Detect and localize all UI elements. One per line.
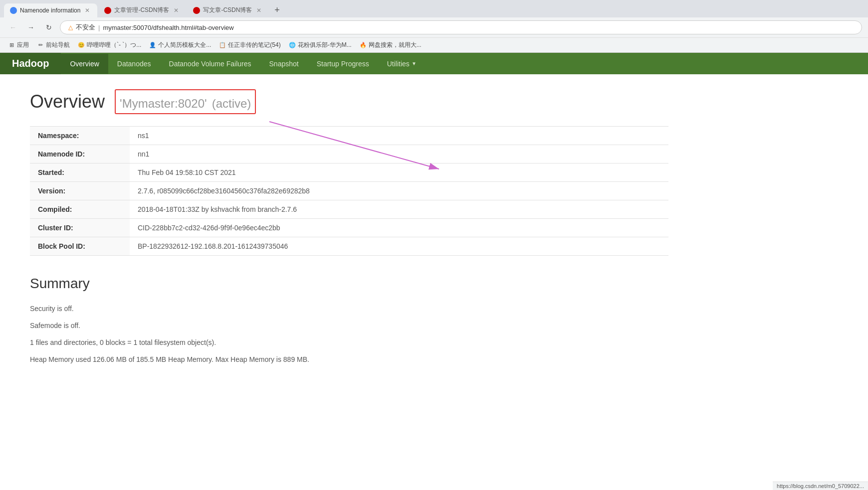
value-started: Thu Feb 04 19:58:10 CST 2021 <box>130 163 668 182</box>
summary-line-2: Safemode is off. <box>30 319 668 332</box>
globe-icon: 🌐 <box>289 42 296 49</box>
security-warning-icon: △ <box>68 24 73 31</box>
hadoop-nav-links: Overview Datanodes Datanode Volume Failu… <box>61 54 425 74</box>
tab-close-csdn2[interactable]: ✕ <box>255 6 263 14</box>
bookmarks-bar: ⊞ 应用 ✏ 前站导航 😊 哔哩哔哩（`- `）つ... 👤 个人简历模板大全.… <box>0 37 868 52</box>
label-cluster-id: Cluster ID: <box>30 219 130 237</box>
nav-snapshot[interactable]: Snapshot <box>260 54 308 74</box>
bookmark-apps-label: 应用 <box>17 41 29 49</box>
url-bar[interactable]: △ 不安全 | mymaster:50070/dfshealth.html#ta… <box>60 20 862 34</box>
refresh-button[interactable]: ↻ <box>42 20 56 34</box>
label-namespace: Namespace: <box>30 127 130 145</box>
hadoop-brand: Hadoop <box>0 53 61 74</box>
tab-favicon-csdn1 <box>104 7 111 14</box>
tab-bar: Namenode information ✕ 文章管理-CSDN博客 ✕ 写文章… <box>0 0 868 17</box>
summary-line-3: 1 files and directories, 0 blocks = 1 to… <box>30 335 668 349</box>
browser-chrome: Namenode information ✕ 文章管理-CSDN博客 ✕ 写文章… <box>0 0 868 53</box>
value-namespace: ns1 <box>130 127 668 145</box>
value-block-pool-id: BP-1822932612-192.168.8.201-161243973504… <box>130 237 668 256</box>
bookmark-huawei-label: 花粉俱乐部-华为M... <box>298 41 352 49</box>
back-button[interactable]: ← <box>6 20 20 34</box>
nav-datanode-volume-failures[interactable]: Datanode Volume Failures <box>160 54 260 74</box>
tab-close-csdn1[interactable]: ✕ <box>172 6 180 14</box>
bookmark-bilibili[interactable]: 😊 哔哩哔哩（`- `）つ... <box>76 40 143 50</box>
tab-csdn2[interactable]: 写文章-CSDN博客 ✕ <box>187 3 269 17</box>
table-row: Block Pool ID: BP-1822932612-192.168.8.2… <box>30 237 668 256</box>
tab-close-namenode[interactable]: ✕ <box>83 6 91 14</box>
apps-icon: ⊞ <box>8 42 15 49</box>
hadoop-nav: Hadoop Overview Datanodes Datanode Volum… <box>0 53 868 74</box>
dropdown-caret-icon: ▼ <box>412 61 417 66</box>
summary-title: Summary <box>30 276 668 292</box>
person-icon: 👤 <box>149 42 156 49</box>
tab-title-csdn1: 文章管理-CSDN博客 <box>114 6 169 14</box>
label-started: Started: <box>30 163 130 182</box>
tab-favicon-csdn2 <box>193 7 200 14</box>
info-table: Namespace: ns1 Namenode ID: nn1 Started:… <box>30 126 668 256</box>
table-row: Cluster ID: CID-228bb7c2-cd32-426d-9f9f-… <box>30 219 668 237</box>
tab-csdn1[interactable]: 文章管理-CSDN博客 ✕ <box>98 3 186 17</box>
main-content: Overview 'Mymaster:8020' (active) Namesp… <box>0 74 698 384</box>
url-text: mymaster:50070/dfshealth.html#tab-overvi… <box>103 24 233 31</box>
bookmark-nav[interactable]: ✏ 前站导航 <box>35 40 72 50</box>
nav-overview[interactable]: Overview <box>61 54 108 74</box>
label-namenode-id: Namenode ID: <box>30 145 130 163</box>
label-block-pool-id: Block Pool ID: <box>30 237 130 256</box>
value-namenode-id: nn1 <box>130 145 668 163</box>
table-row: Compiled: 2018-04-18T01:33Z by kshvachk … <box>30 200 668 219</box>
bookmark-resume-label: 个人简历模板大全... <box>158 41 211 49</box>
value-compiled: 2018-04-18T01:33Z by kshvachk from branc… <box>130 200 668 219</box>
table-row: Namenode ID: nn1 <box>30 145 668 163</box>
summary-content: Security is off. Safemode is off. 1 file… <box>30 302 668 366</box>
bookmark-nav-label: 前站导航 <box>46 41 70 49</box>
bookmark-notes[interactable]: 📋 任正非传的笔记(54) <box>217 40 282 50</box>
label-version: Version: <box>30 182 130 200</box>
tab-title-namenode: Namenode information <box>20 7 80 14</box>
bookmark-huawei[interactable]: 🌐 花粉俱乐部-华为M... <box>287 40 354 50</box>
summary-line-1: Security is off. <box>30 302 668 316</box>
page-title: Overview 'Mymaster:8020' (active) <box>30 89 668 114</box>
nav-startup-progress[interactable]: Startup Progress <box>308 54 378 74</box>
bookmark-netdisk[interactable]: 🔥 网盘搜索，就用大... <box>358 40 424 50</box>
table-row: Started: Thu Feb 04 19:58:10 CST 2021 <box>30 163 668 182</box>
bookmark-bilibili-label: 哔哩哔哩（`- `）つ... <box>87 41 141 49</box>
page-title-text: Overview <box>30 91 105 112</box>
label-compiled: Compiled: <box>30 200 130 219</box>
tab-title-csdn2: 写文章-CSDN博客 <box>203 6 252 14</box>
address-bar: ← → ↻ △ 不安全 | mymaster:50070/dfshealth.h… <box>0 17 868 37</box>
value-version: 2.7.6, r085099c66cf28be31604560c376fa282… <box>130 182 668 200</box>
fire-icon: 🔥 <box>360 42 367 49</box>
nav-datanodes[interactable]: Datanodes <box>108 54 160 74</box>
tab-namenode[interactable]: Namenode information ✕ <box>4 3 97 17</box>
active-status: (active) <box>212 97 251 110</box>
bilibili-icon: 😊 <box>78 42 85 49</box>
bookmark-netdisk-label: 网盘搜索，就用大... <box>369 41 422 49</box>
value-cluster-id: CID-228bb7c2-cd32-426d-9f9f-0e96ec4ec2bb <box>130 219 668 237</box>
nav-utilities[interactable]: Utilities ▼ <box>378 54 426 74</box>
nav-utilities-label: Utilities <box>387 60 410 68</box>
page-hostname: 'Mymaster:8020' (active) <box>110 91 256 112</box>
bookmark-apps[interactable]: ⊞ 应用 <box>6 40 31 50</box>
notes-icon: 📋 <box>219 42 226 49</box>
new-tab-button[interactable]: + <box>270 3 284 17</box>
summary-line-4: Heap Memory used 126.06 MB of 185.5 MB H… <box>30 352 668 366</box>
bookmark-notes-label: 任正非传的笔记(54) <box>228 41 280 49</box>
bookmark-resume[interactable]: 👤 个人简历模板大全... <box>147 40 213 50</box>
tab-favicon-namenode <box>10 7 17 14</box>
hostname-text: 'Mymaster:8020' <box>120 97 207 110</box>
table-row: Namespace: ns1 <box>30 127 668 145</box>
table-row: Version: 2.7.6, r085099c66cf28be31604560… <box>30 182 668 200</box>
hostname-box: 'Mymaster:8020' (active) <box>115 89 256 114</box>
forward-button[interactable]: → <box>24 20 38 34</box>
pencil-icon: ✏ <box>37 42 44 49</box>
security-warning-text: 不安全 <box>76 23 95 32</box>
